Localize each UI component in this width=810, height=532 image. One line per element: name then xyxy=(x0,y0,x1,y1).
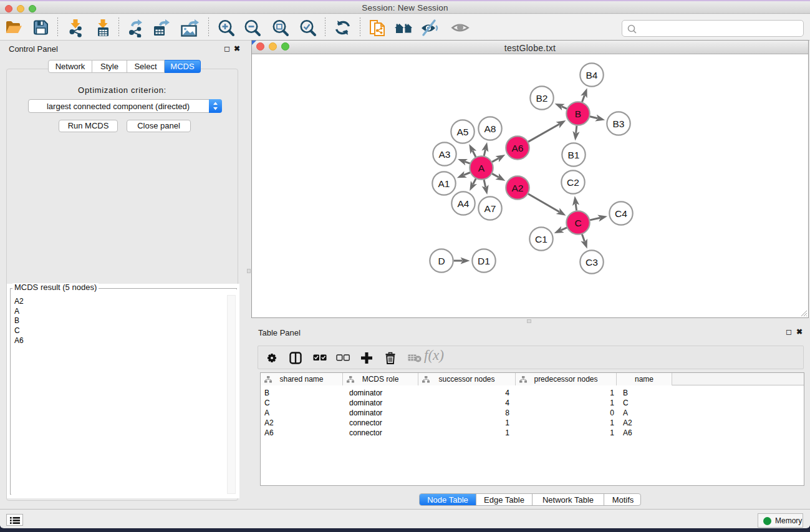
svg-text:C4: C4 xyxy=(615,208,627,219)
svg-text:D1: D1 xyxy=(478,256,490,266)
svg-text:A1: A1 xyxy=(438,178,450,189)
svg-text:B1: B1 xyxy=(568,150,580,160)
svg-text:C1: C1 xyxy=(535,234,547,244)
svg-text:A3: A3 xyxy=(439,149,451,160)
svg-text:B3: B3 xyxy=(613,118,625,129)
svg-text:A4: A4 xyxy=(458,198,470,209)
svg-text:B: B xyxy=(575,109,581,119)
svg-text:C2: C2 xyxy=(567,177,579,188)
svg-text:C: C xyxy=(574,218,581,228)
svg-text:C3: C3 xyxy=(586,257,598,268)
svg-text:A5: A5 xyxy=(457,127,469,137)
svg-text:A6: A6 xyxy=(512,143,524,153)
svg-text:A8: A8 xyxy=(485,123,496,134)
svg-text:B4: B4 xyxy=(586,70,598,80)
svg-text:D: D xyxy=(438,256,445,266)
svg-text:A: A xyxy=(478,163,485,173)
svg-text:A7: A7 xyxy=(485,203,496,214)
svg-text:A2: A2 xyxy=(512,183,524,193)
svg-text:B2: B2 xyxy=(536,93,548,104)
